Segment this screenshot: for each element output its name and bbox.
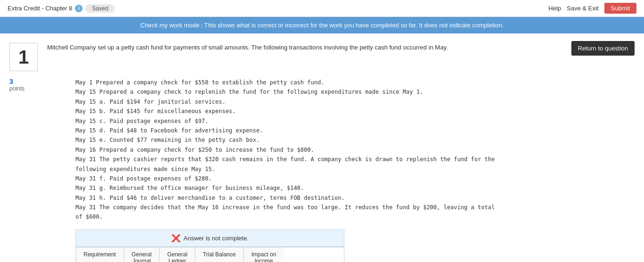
transaction-line-11: May 31 g. Reimbursed the office manager …	[75, 183, 495, 193]
banner-text: Check my work mode : This shows what is …	[141, 22, 504, 29]
transaction-line-8: May 31 The petty cashier reports that $3…	[75, 155, 495, 164]
saved-badge: Saved	[85, 4, 115, 13]
transaction-line-12: May 31 h. Paid $46 to deliver merchandis…	[75, 193, 495, 203]
submit-button[interactable]: Submit	[604, 3, 636, 14]
info-icon[interactable]: i	[75, 5, 83, 12]
tab-requirement[interactable]: Requirement	[76, 247, 124, 262]
transaction-line-13: May 31 The company decides that the May …	[75, 203, 495, 212]
question-intro: Mitchell Company set up a petty cash fun…	[47, 43, 630, 52]
transaction-line-0: May 1 Prepared a company check for $550 …	[75, 78, 495, 87]
transaction-line-3: May 15 b. Paid $145 for miscellaneous ex…	[75, 106, 495, 116]
transactions-block: May 1 Prepared a company check for $550 …	[75, 78, 495, 222]
main-content: Return to question 1 Mitchell Company se…	[0, 33, 644, 262]
answer-status-bar: ❌ Answer is not complete.	[75, 229, 344, 247]
tabs-header: Requirement GeneralJournal GeneralLedger…	[76, 247, 344, 262]
question-number: 1	[9, 43, 38, 71]
return-to-question-button[interactable]: Return to question	[571, 41, 635, 56]
tab-general-journal[interactable]: GeneralJournal	[124, 247, 160, 262]
points-value: 3	[9, 78, 66, 85]
transaction-line-5: May 15 d. Paid $48 to Facebook for adver…	[75, 126, 495, 135]
top-bar: Extra Credit - Chapter 8 i Saved Help Sa…	[0, 0, 644, 17]
answer-status-text: Answer is not complete.	[184, 235, 249, 242]
tabs-container: Requirement GeneralJournal GeneralLedger…	[75, 247, 344, 262]
transaction-line-4: May 15 c. Paid postage expenses of $97.	[75, 116, 495, 126]
tab-trial-balance[interactable]: Trial Balance	[195, 247, 244, 262]
page-title: Extra Credit - Chapter 8	[8, 5, 72, 12]
save-exit-button[interactable]: Save & Exit	[567, 5, 598, 12]
error-icon: ❌	[171, 234, 181, 243]
transaction-line-14: of $600.	[75, 212, 495, 221]
top-bar-right: Help Save & Exit Submit	[549, 3, 636, 14]
check-work-banner: Check my work mode : This shows what is …	[0, 17, 644, 33]
transaction-line-2: May 15 a. Paid $194 for janitorial servi…	[75, 97, 495, 106]
transaction-line-1: May 15 Prepared a company check to reple…	[75, 87, 495, 97]
transaction-line-7: May 16 Prepared a company check for $250…	[75, 145, 495, 155]
tab-general-ledger[interactable]: GeneralLedger	[159, 247, 195, 262]
top-bar-left: Extra Credit - Chapter 8 i Saved	[8, 4, 115, 13]
transaction-line-9: following expenditures made since May 15…	[75, 164, 495, 174]
transaction-line-10: May 31 f. Paid postage expenses of $280.	[75, 174, 495, 183]
help-button[interactable]: Help	[549, 5, 561, 12]
transaction-line-6: May 15 e. Counted $77 remaining in the p…	[75, 135, 495, 145]
tab-impact-income[interactable]: Impact onIncome	[244, 247, 284, 262]
points-label: points	[9, 85, 66, 92]
